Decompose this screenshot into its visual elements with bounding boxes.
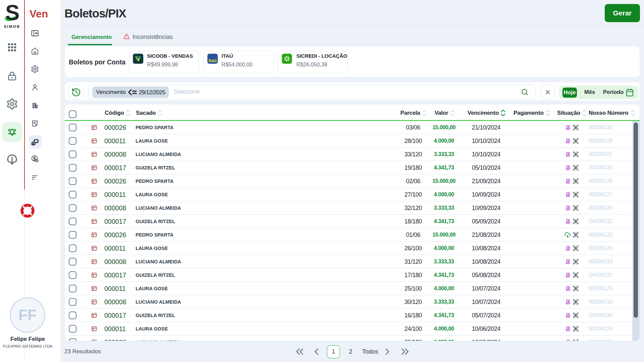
svg-text:SIMOB: SIMOB — [4, 24, 20, 29]
svg-text:Itaú: Itaú — [208, 58, 216, 63]
svg-text:S: S — [5, 2, 20, 25]
